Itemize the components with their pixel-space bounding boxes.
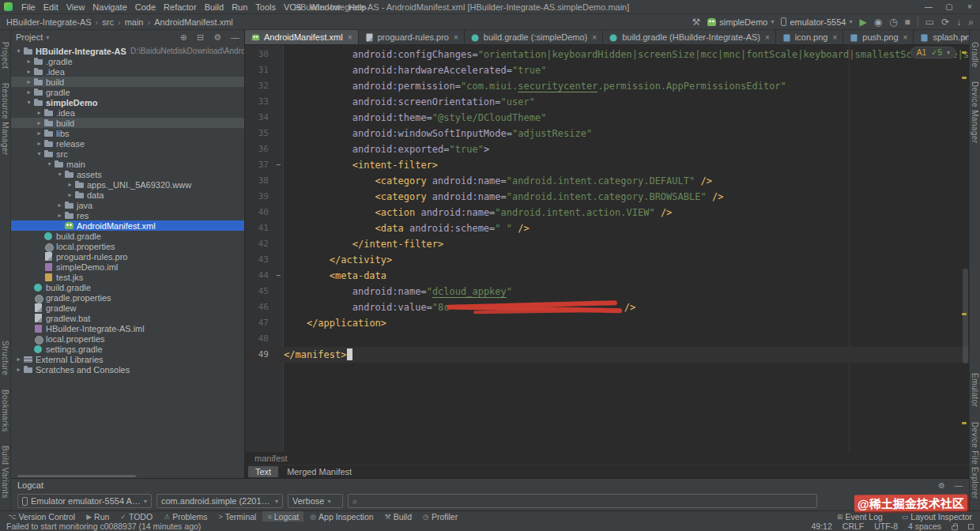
hidden-tabs-icon[interactable]: ▾ xyxy=(963,34,967,42)
tool-stripe-device-manager[interactable]: Device Manager xyxy=(971,81,979,143)
code-line-42[interactable]: 42 </intent-filter> xyxy=(245,236,969,252)
menu-code[interactable]: Code xyxy=(131,2,160,13)
tree-item-local-properties[interactable]: local.properties xyxy=(11,333,244,344)
logcat-settings-icon[interactable]: ⚙ xyxy=(938,481,945,490)
logcat-process-dropdown[interactable]: com.android.simple (22016) [DEAD] ▾ xyxy=(156,494,283,508)
tree-item-scratches-and-consoles[interactable]: ▸Scratches and Consoles xyxy=(11,364,244,375)
tree-toggle-icon[interactable]: ▾ xyxy=(14,47,23,55)
code-line-35[interactable]: 35 android:windowSoftInputMode="adjustRe… xyxy=(245,126,969,141)
editor-tab-build-gradle-simpledemo[interactable]: build.gradle (:simpleDemo)× xyxy=(465,30,603,44)
tree-item-main[interactable]: ▾main xyxy=(11,159,244,169)
code-line-30[interactable]: 30 android:configChanges="orientation|ke… xyxy=(245,47,969,62)
editor-tab-proguard-rules-pro[interactable]: proguard-rules.pro× xyxy=(359,30,465,44)
editor-tab-splash-png[interactable]: splash.png× xyxy=(914,30,969,44)
code-line-40[interactable]: 40 <action android:name="android.intent.… xyxy=(245,205,969,220)
code-editor[interactable]: 30 android:configChanges="orientation|ke… xyxy=(245,45,969,452)
tool-stripe-bookmarks[interactable]: Bookmarks xyxy=(1,390,9,432)
encoding-indicator[interactable]: UTF-8 xyxy=(874,522,898,531)
menu-run[interactable]: Run xyxy=(228,2,251,13)
tree-item-src[interactable]: ▾src xyxy=(11,149,244,159)
tool-stripe-project[interactable]: Project xyxy=(1,42,9,69)
code-line-31[interactable]: 31 android:hardwareAccelerated="true" xyxy=(245,62,969,78)
tree-toggle-icon[interactable]: ▸ xyxy=(55,201,64,209)
tree-toggle-icon[interactable]: ▾ xyxy=(45,160,54,168)
logcat-search-input[interactable] xyxy=(360,496,812,506)
toolwindow-button-logcat[interactable]: ≡Logcat xyxy=(262,511,303,522)
logcat-search-field[interactable]: ⌕ xyxy=(348,494,817,508)
menu-file[interactable]: File xyxy=(17,2,40,13)
menu-refactor[interactable]: Refactor xyxy=(160,2,201,13)
code-line-45[interactable]: 45 android:name="dcloud_appkey" xyxy=(245,284,969,299)
statusbar-event-log[interactable]: ⊞Event Log xyxy=(832,511,888,522)
toolwindow-button-terminal[interactable]: >Terminal xyxy=(214,511,262,522)
search-everywhere-icon[interactable]: ⌕ xyxy=(968,17,974,27)
line-ending-indicator[interactable]: CRLF xyxy=(842,522,864,531)
editor-tab-androidmanifest-xml[interactable]: AndroidManifest.xml× xyxy=(245,30,359,44)
minimize-window-button[interactable]: — xyxy=(918,2,939,11)
tree-toggle-icon[interactable]: ▸ xyxy=(55,212,64,219)
logcat-device-dropdown[interactable]: Emulator emulator-5554 Android ▾ xyxy=(17,494,152,508)
fold-icon[interactable]: − xyxy=(273,157,284,173)
tree-item-settings-gradle[interactable]: settings.gradle xyxy=(11,344,244,354)
tree-toggle-icon[interactable]: ▸ xyxy=(35,140,43,147)
tree-item-local-properties[interactable]: local.properties xyxy=(11,241,244,251)
indent-indicator[interactable]: 4 spaces xyxy=(908,522,941,531)
tree-item-java[interactable]: ▸java xyxy=(11,200,244,210)
toolwindow-button-run[interactable]: ▶Run xyxy=(81,511,114,522)
close-tab-icon[interactable]: × xyxy=(454,33,458,42)
tree-item-gradle-properties[interactable]: gradle.properties xyxy=(11,292,244,303)
toolwindow-button-problems[interactable]: ⚠Problems xyxy=(159,511,212,522)
close-tab-icon[interactable]: × xyxy=(903,33,908,42)
breadcrumb-src[interactable]: src xyxy=(102,17,114,27)
tree-item-gradlew[interactable]: gradlew xyxy=(11,303,244,313)
tree-item-gradle[interactable]: ▸.gradle xyxy=(11,56,244,66)
toolwindow-button-todo[interactable]: ✓TODO xyxy=(115,511,157,522)
run-button[interactable]: ▶ xyxy=(859,17,866,27)
tree-item-proguard-rules-pro[interactable]: proguard-rules.pro xyxy=(11,251,244,262)
code-line-36[interactable]: 36 android:exported="true"> xyxy=(245,141,969,157)
tree-toggle-icon[interactable]: ▸ xyxy=(35,109,43,116)
fold-icon[interactable]: − xyxy=(273,268,284,284)
manifest-tab-merged-manifest[interactable]: Merged Manifest xyxy=(280,466,359,477)
code-line-41[interactable]: 41 <data android:scheme=" " /> xyxy=(245,220,969,236)
readonly-lock-icon[interactable] xyxy=(952,525,958,530)
code-line-46[interactable]: 46 android:value="8c /> xyxy=(245,299,969,315)
tool-stripe-gradle[interactable]: Gradle xyxy=(971,42,979,67)
error-stripe-mark[interactable] xyxy=(962,77,967,79)
gear-icon[interactable]: ⚙ xyxy=(213,32,221,43)
tree-item-gradlew-bat[interactable]: gradlew.bat xyxy=(11,313,244,323)
tree-item-build[interactable]: ▸build xyxy=(11,118,244,128)
logcat-level-dropdown[interactable]: Verbose ▾ xyxy=(288,494,343,508)
status-message[interactable]: Failed to start monitoring c0088937 (14 … xyxy=(6,522,201,531)
tree-item-androidmanifest-xml[interactable]: AndroidManifest.xml xyxy=(11,220,244,231)
close-tab-icon[interactable]: × xyxy=(832,33,837,42)
project-panel-title[interactable]: Project xyxy=(16,32,43,42)
error-stripe-mark[interactable] xyxy=(962,51,967,54)
tool-stripe-build-variants[interactable]: Build Variants xyxy=(1,446,9,499)
tree-toggle-icon[interactable]: ▸ xyxy=(35,119,43,126)
inspections-widget[interactable]: A1 ✓5 ▾ xyxy=(910,47,956,58)
maximize-window-button[interactable]: ▢ xyxy=(939,2,959,11)
stop-button[interactable]: ■ xyxy=(905,17,910,27)
tree-toggle-icon[interactable]: ▸ xyxy=(24,58,33,65)
code-line-32[interactable]: 32 android:permission="com.miui.security… xyxy=(245,78,969,94)
tree-item-hbuilder-integrate-as-iml[interactable]: HBuilder-Integrate-AS.iml xyxy=(11,323,244,333)
sdk-manager-icon[interactable]: ↓ xyxy=(956,17,961,27)
toolwindow-button-version-control[interactable]: ⌥Version Control xyxy=(3,511,80,522)
tree-toggle-icon[interactable]: ▾ xyxy=(35,150,43,157)
code-line-39[interactable]: 39 <category android:name="android.inten… xyxy=(245,189,969,205)
background-tasks-icon[interactable] xyxy=(968,524,974,529)
tree-toggle-icon[interactable]: ▸ xyxy=(66,191,74,198)
close-window-button[interactable]: × xyxy=(959,2,980,11)
menu-edit[interactable]: Edit xyxy=(40,2,62,13)
xml-breadcrumb[interactable]: manifest xyxy=(245,452,969,465)
close-tab-icon[interactable]: × xyxy=(348,33,352,42)
breadcrumb-main[interactable]: main xyxy=(125,17,144,27)
logcat-hide-icon[interactable]: — xyxy=(955,481,963,490)
tree-toggle-icon[interactable]: ▸ xyxy=(24,68,33,75)
error-stripe-mark[interactable] xyxy=(962,313,967,315)
code-line-49[interactable]: 49</manifest> xyxy=(245,347,969,363)
tree-item-gradle[interactable]: ▸gradle xyxy=(11,87,244,97)
expand-all-icon[interactable]: ⊕ xyxy=(180,32,187,43)
device-manager-icon[interactable]: ▭ xyxy=(925,17,934,27)
